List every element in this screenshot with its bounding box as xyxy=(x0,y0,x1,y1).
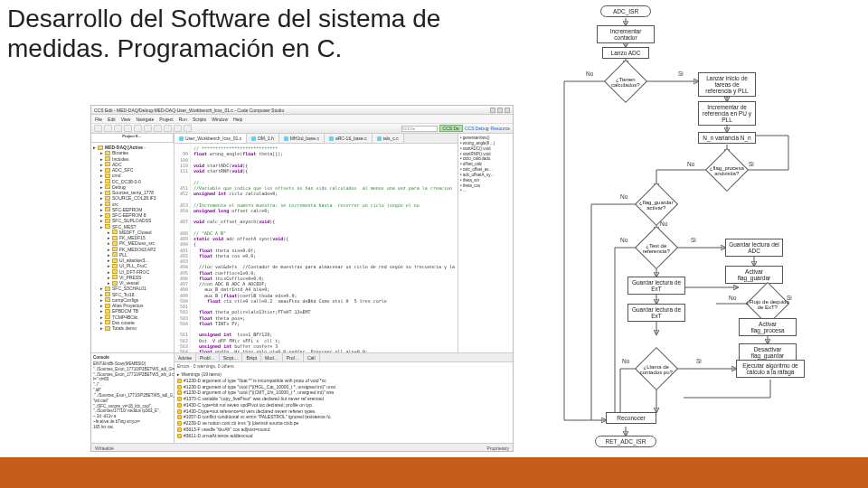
branch-no: No xyxy=(586,70,593,77)
perspective-ccs-debug[interactable]: CCS De xyxy=(439,125,463,132)
flow-start: ADC_ISR xyxy=(600,5,651,17)
close-button[interactable] xyxy=(505,108,510,113)
flow-node: Activar flag_guardar xyxy=(725,266,783,284)
footer-bar xyxy=(0,457,868,488)
problem-item[interactable]: #1230-D argument of type "void (*)(CMT_1… xyxy=(177,389,510,396)
toolbar-btn[interactable] xyxy=(164,125,172,132)
editor-tab[interactable]: tals_c.c xyxy=(373,134,404,143)
flow-node: Incrementar de referencia en PU y PLL xyxy=(698,101,756,126)
menu-navigate[interactable]: Navigate xyxy=(136,117,154,122)
flow-node: Guardar lectura de ExT xyxy=(627,304,685,322)
flowchart: ADC_ISR Incrementar contador Lanzo ADC ¿… xyxy=(535,0,852,452)
problems-tab[interactable]: Prof… xyxy=(283,353,304,361)
problems-tab[interactable]: Probl… xyxy=(196,353,220,361)
code-view[interactable]: 9910011011145145245345448748848949049149… xyxy=(175,144,458,352)
perspective-debug[interactable]: CCS Debug xyxy=(465,126,489,131)
branch-si: Si xyxy=(787,295,792,301)
toolbar-btn[interactable] xyxy=(154,125,162,132)
flow-node: Activar flag_procesa xyxy=(739,318,797,336)
branch-si: Si xyxy=(749,161,754,167)
problems-tab[interactable]: Brkpt xyxy=(242,353,261,361)
menu-project[interactable]: Project xyxy=(159,117,174,122)
problem-item[interactable]: #1230-D argument of type "void (*)(HGL_C… xyxy=(177,384,510,390)
menu-scripts[interactable]: Scripts xyxy=(193,117,206,122)
minimize-button[interactable] xyxy=(490,108,495,113)
branch-si: Si xyxy=(678,70,684,77)
flow-node: Guardar lectura de ExT xyxy=(627,277,685,295)
maximize-button[interactable] xyxy=(497,108,503,113)
problems-header: Errors · 0 warnings, 0 others xyxy=(175,362,513,370)
title-line1: Desarrollo del Software del sistema de xyxy=(7,5,440,33)
problem-item[interactable]: #1057-D conflict conditional vc errcn "P… xyxy=(177,414,510,420)
line-gutter: 9910011011145145245345448748848949049149… xyxy=(175,144,191,352)
status-bar: Writeable Proprietary xyxy=(91,443,513,452)
editor-tab[interactable]: User_Workbench_lcss_01.c xyxy=(175,134,247,143)
project-tree[interactable]: ▸MED-DAQ [Active - ▸Binaries▸Includes▸AD… xyxy=(91,143,174,333)
menu-help[interactable]: Help xyxy=(233,117,242,122)
editor: User_Workbench_lcss_01.cDM_1.hMH1td_base… xyxy=(175,134,458,352)
flow-end: RET_ADC_ISR xyxy=(595,436,656,447)
ide-window: CCS Edit - MED-DAQ/Debug-MED-DAQ-User_Wo… xyxy=(90,105,514,452)
flow-node: N_n variancia N_n xyxy=(698,132,756,144)
menu-bar[interactable]: File Edit View Navigate Project Run Scri… xyxy=(91,115,513,124)
menu-file[interactable]: File xyxy=(95,117,102,122)
branch-no: No xyxy=(620,193,627,200)
toolbar-btn[interactable] xyxy=(104,125,112,132)
problem-item[interactable]: #1430-C type=bit not seven updPivot loc … xyxy=(177,402,510,408)
tree-item[interactable]: ▸Totals demo xyxy=(93,325,172,331)
problem-item[interactable]: #3611-D unsaAt tence addlexcsod xyxy=(177,433,510,439)
console-view[interactable]: Console EINT&IntBt-Scan(MEMBSID)"../Sour… xyxy=(91,353,175,443)
toolbar-btn[interactable] xyxy=(114,125,122,132)
bottom-panel: Console EINT&IntBt-Scan(MEMBSID)"../Sour… xyxy=(91,352,513,443)
problem-item[interactable]: #3613-F usedfe "tbuAh" cos adljstst=cson… xyxy=(177,427,510,433)
toolbar-btn[interactable] xyxy=(174,125,182,132)
problems-view[interactable]: AdviseProbl…Scrpt…BrkptMod…Prof…Call Err… xyxy=(175,353,513,443)
toolbar-btn[interactable] xyxy=(184,125,192,132)
problem-item[interactable]: ▸ Warnings (19 items) xyxy=(177,371,510,378)
project-explorer: Project E… ▸MED-DAQ [Active - ▸Binaries▸… xyxy=(91,134,175,352)
editor-tab[interactable]: DM_1.h xyxy=(247,134,279,143)
console-tab[interactable]: Console xyxy=(93,355,172,361)
toolbar-btn[interactable] xyxy=(94,125,102,132)
window-controls xyxy=(490,108,510,113)
problem-item[interactable]: #1230-D argument of type "float *" is in… xyxy=(177,378,510,384)
menu-edit[interactable]: Edit xyxy=(108,117,116,122)
menu-view[interactable]: View xyxy=(121,117,131,122)
problems-tab[interactable]: Call xyxy=(304,353,320,361)
flow-connectors xyxy=(535,0,852,452)
flow-node: Reconocer xyxy=(606,412,656,424)
window-title: CCS Edit - MED-DAQ/Debug-MED-DAQ-User_Wo… xyxy=(94,108,284,113)
branch-no: No xyxy=(622,358,629,364)
flow-node: Guardar lectura del ADC xyxy=(725,239,783,257)
toolbar-btn[interactable] xyxy=(124,125,132,132)
outline-view[interactable]: • generateVars()• wrong_angle(fl…)• star… xyxy=(458,134,513,352)
problems-tab[interactable]: Scrpt… xyxy=(220,353,243,361)
perspective-resource[interactable]: Resource xyxy=(491,126,510,131)
flow-node: Ejecutar algoritmo de cálculo a la ráfag… xyxy=(736,360,805,378)
problem-item[interactable]: #2239-D se notion cont cb invs "jt (deri… xyxy=(177,420,510,427)
code-lines[interactable]: // ****************************float wro… xyxy=(191,144,458,352)
side-tab-project[interactable]: Project E… xyxy=(91,134,174,142)
toolbar-btn[interactable] xyxy=(134,125,142,132)
branch-no: No xyxy=(687,161,694,167)
problems-tab[interactable]: Mod… xyxy=(261,353,283,361)
menu-window[interactable]: Window xyxy=(212,117,228,122)
editor-tab[interactable]: aRC-16_base.c xyxy=(325,134,373,143)
status-left: Writeable xyxy=(95,446,114,451)
flow-node: Incrementar contador xyxy=(597,25,655,43)
toolbar-btn[interactable] xyxy=(144,125,152,132)
branch-no: No xyxy=(729,295,736,301)
branch-no: No xyxy=(620,237,627,243)
status-right: Proprietary xyxy=(487,446,509,451)
slide-title: Desarrollo del Software del sistema de m… xyxy=(7,4,440,63)
quick-access-input[interactable] xyxy=(401,126,438,132)
toolbar: CCS De CCS Debug Resource xyxy=(91,124,513,134)
flow-node: Lanzo ADC xyxy=(602,47,649,59)
problems-tab[interactable]: Advise xyxy=(175,353,196,361)
outline-item[interactable]: • … xyxy=(460,188,511,193)
editor-tab[interactable]: MH1td_base.c xyxy=(279,134,325,143)
menu-run[interactable]: Run xyxy=(179,117,187,122)
branch-si: Si xyxy=(696,358,702,364)
problem-item[interactable]: #1370-C variable "copy_fivePivot" was de… xyxy=(177,396,510,402)
problem-item[interactable]: #1430-Ctype=not reference=id vers declar… xyxy=(177,408,510,415)
